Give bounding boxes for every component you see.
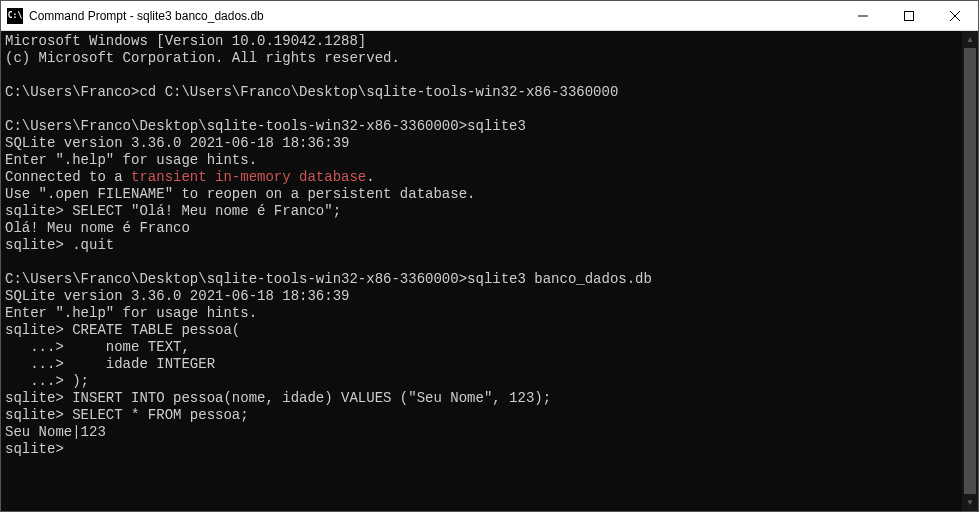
terminal-line: (c) Microsoft Corporation. All rights re… <box>5 50 958 67</box>
terminal-line: sqlite> .quit <box>5 237 958 254</box>
terminal-line: ...> ); <box>5 373 958 390</box>
command-prompt-window: C:\ Command Prompt - sqlite3 banco_dados… <box>0 0 979 512</box>
window-controls <box>840 1 978 30</box>
scroll-down-arrow-icon[interactable]: ▼ <box>962 494 978 511</box>
terminal-line: ...> idade INTEGER <box>5 356 958 373</box>
terminal-line: ...> nome TEXT, <box>5 339 958 356</box>
scroll-thumb[interactable] <box>964 48 976 494</box>
terminal-line: C:\Users\Franco\Desktop\sqlite-tools-win… <box>5 118 958 135</box>
svg-rect-1 <box>905 11 914 20</box>
terminal-line: sqlite> <box>5 441 958 458</box>
terminal-line: sqlite> SELECT "Olá! Meu nome é Franco"; <box>5 203 958 220</box>
scroll-track[interactable] <box>962 48 978 494</box>
terminal-line: sqlite> CREATE TABLE pessoa( <box>5 322 958 339</box>
scrollbar[interactable]: ▲ ▼ <box>962 31 978 511</box>
terminal-line: Microsoft Windows [Version 10.0.19042.12… <box>5 33 958 50</box>
terminal-line: Connected to a transient in-memory datab… <box>5 169 958 186</box>
terminal-line <box>5 254 958 271</box>
terminal-line <box>5 101 958 118</box>
scroll-up-arrow-icon[interactable]: ▲ <box>962 31 978 48</box>
cmd-icon: C:\ <box>7 8 23 24</box>
minimize-button[interactable] <box>840 1 886 30</box>
maximize-button[interactable] <box>886 1 932 30</box>
terminal-line: sqlite> SELECT * FROM pessoa; <box>5 407 958 424</box>
terminal-line: C:\Users\Franco\Desktop\sqlite-tools-win… <box>5 271 958 288</box>
terminal-line: SQLite version 3.36.0 2021-06-18 18:36:3… <box>5 135 958 152</box>
terminal-line: Olá! Meu nome é Franco <box>5 220 958 237</box>
terminal-line: Enter ".help" for usage hints. <box>5 152 958 169</box>
terminal-text: . <box>366 169 374 185</box>
terminal-line: SQLite version 3.36.0 2021-06-18 18:36:3… <box>5 288 958 305</box>
window-title: Command Prompt - sqlite3 banco_dados.db <box>29 9 840 23</box>
terminal-line: Seu Nome|123 <box>5 424 958 441</box>
terminal-wrapper: Microsoft Windows [Version 10.0.19042.12… <box>1 31 978 511</box>
titlebar[interactable]: C:\ Command Prompt - sqlite3 banco_dados… <box>1 1 978 31</box>
terminal-line: sqlite> INSERT INTO pessoa(nome, idade) … <box>5 390 958 407</box>
close-button[interactable] <box>932 1 978 30</box>
terminal-line: Enter ".help" for usage hints. <box>5 305 958 322</box>
terminal-line <box>5 67 958 84</box>
terminal-text: Connected to a <box>5 169 131 185</box>
terminal-line: C:\Users\Franco>cd C:\Users\Franco\Deskt… <box>5 84 958 101</box>
terminal-output[interactable]: Microsoft Windows [Version 10.0.19042.12… <box>1 31 962 511</box>
terminal-text-highlight: transient in-memory database <box>131 169 366 185</box>
terminal-line: Use ".open FILENAME" to reopen on a pers… <box>5 186 958 203</box>
